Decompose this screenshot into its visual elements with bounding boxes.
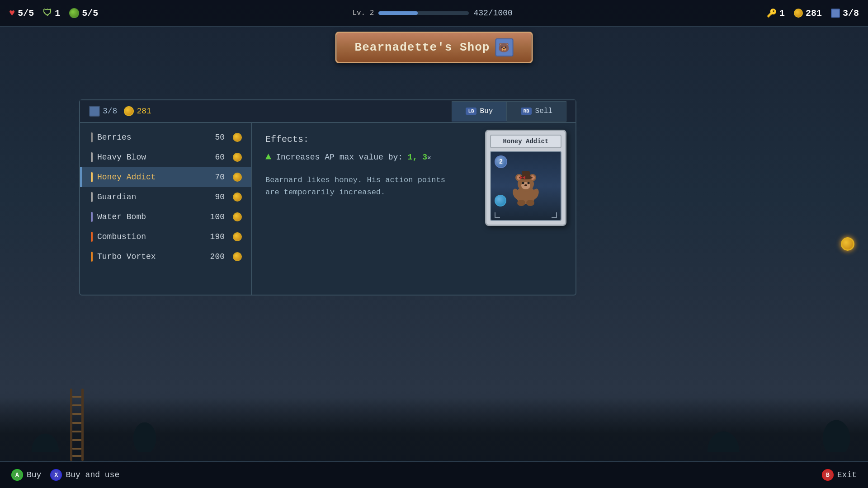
tab-buy[interactable]: LB Buy xyxy=(452,101,507,122)
svg-point-16 xyxy=(517,200,525,206)
item-name-selected: Honey Addict xyxy=(97,173,210,182)
shop-title-container: Bearnadette's Shop 🐻 xyxy=(335,32,533,63)
tabs-container: LB Buy RB Sell xyxy=(452,101,566,122)
effect-suffix-icon: ✕ xyxy=(427,154,431,161)
a-button-icon: A xyxy=(11,469,23,481)
shop-bear-icon: 🐻 xyxy=(495,38,513,56)
xp-bar xyxy=(378,11,469,15)
item-color xyxy=(91,192,93,202)
health-stat: ♥ 5/5 xyxy=(9,8,34,19)
svg-point-7 xyxy=(522,182,524,184)
item-name: Heavy Blow xyxy=(97,153,210,162)
shop-body: Berries 50 Heavy Blow 60 Honey Addict 70… xyxy=(80,123,576,295)
ap-stat: 5/5 xyxy=(69,8,98,19)
coin-icon-item xyxy=(233,192,242,202)
card-count: 3/8 xyxy=(89,106,117,117)
exit-button[interactable]: B Exit xyxy=(822,469,857,481)
coins-value: 281 xyxy=(806,8,822,19)
ap-icon xyxy=(69,8,79,18)
list-item[interactable]: Guardian 90 xyxy=(80,187,251,207)
tab-buy-badge: LB xyxy=(466,108,476,115)
svg-point-17 xyxy=(526,200,534,206)
coin-icon-item xyxy=(233,252,242,261)
coin-icon-item xyxy=(233,133,242,142)
card-preview-image: 2 xyxy=(490,151,561,221)
shield-icon: 🛡 xyxy=(43,8,52,19)
shield-stat: 🛡 1 xyxy=(43,8,60,19)
coin-count: 281 xyxy=(124,106,151,116)
card-corner-tl xyxy=(495,212,500,218)
shop-panel: 3/8 281 LB Buy RB Sell Berries xyxy=(79,99,576,296)
list-item[interactable]: Honey Addict 70 xyxy=(80,167,251,187)
buy-use-button[interactable]: X Buy and use xyxy=(50,469,119,481)
cards-value: 3/8 xyxy=(843,8,859,19)
effect-values: 1, 3 xyxy=(408,153,427,162)
side-orb xyxy=(841,237,854,251)
item-color xyxy=(91,132,93,142)
item-color xyxy=(91,172,93,182)
item-price: 100 xyxy=(210,212,225,221)
coin-icon-hud xyxy=(794,9,803,18)
trees xyxy=(0,316,868,452)
list-item[interactable]: Combustion 190 xyxy=(80,227,251,247)
list-item[interactable]: Heavy Blow 60 xyxy=(80,147,251,167)
shield-value: 1 xyxy=(55,8,60,19)
level-container: Lv. 2 432/1000 xyxy=(352,9,512,18)
item-price: 70 xyxy=(215,173,225,182)
svg-rect-11 xyxy=(522,171,530,178)
item-price: 60 xyxy=(215,153,225,162)
hud-bar: ♥ 5/5 🛡 1 5/5 Lv. 2 432/1000 🔑 1 xyxy=(0,0,868,27)
shop-title: Bearnadette's Shop 🐻 xyxy=(355,38,514,56)
keys-stat: 🔑 1 xyxy=(767,8,785,19)
coin-icon-item xyxy=(233,153,242,162)
action-left: A Buy X Buy and use xyxy=(11,469,119,481)
tab-sell-badge: RB xyxy=(521,108,531,115)
item-color xyxy=(91,232,93,242)
buy-button[interactable]: A Buy xyxy=(11,469,41,481)
heart-icon: ♥ xyxy=(9,8,15,19)
card-preview-title: Honey Addict xyxy=(490,135,561,148)
item-price: 190 xyxy=(210,232,225,241)
ladder xyxy=(70,389,84,461)
coin-icon-item xyxy=(233,232,242,241)
keys-value: 1 xyxy=(779,8,785,19)
coin-icon-item xyxy=(233,173,242,182)
action-bar: A Buy X Buy and use B Exit xyxy=(0,461,868,488)
bear-character xyxy=(509,166,543,206)
coins-stat: 281 xyxy=(794,8,822,19)
item-color xyxy=(91,212,93,222)
item-name: Water Bomb xyxy=(97,212,206,221)
item-details: Effects: ▲ Increases AP max value by: 1,… xyxy=(252,123,576,295)
card-icon xyxy=(89,106,100,117)
list-item[interactable]: Water Bomb 100 xyxy=(80,207,251,227)
item-color xyxy=(91,252,93,262)
item-price: 50 xyxy=(215,133,225,142)
item-name: Berries xyxy=(97,133,210,142)
coin-icon xyxy=(124,106,134,116)
effect-text: Increases AP max value by: 1, 3✕ xyxy=(276,153,431,162)
up-arrow-icon: ▲ xyxy=(265,151,271,163)
card-water-badge xyxy=(495,195,506,206)
item-name: Combustion xyxy=(97,232,206,241)
x-button-icon: X xyxy=(50,469,62,481)
shop-info: 3/8 281 xyxy=(89,100,452,122)
item-color xyxy=(91,152,93,162)
item-price: 90 xyxy=(215,192,225,202)
key-icon: 🔑 xyxy=(767,8,777,18)
item-list: Berries 50 Heavy Blow 60 Honey Addict 70… xyxy=(80,123,252,295)
card-icon-hud xyxy=(831,9,840,18)
cards-stat: 3/8 xyxy=(831,8,859,19)
tab-sell[interactable]: RB Sell xyxy=(507,101,566,122)
b-button-icon: B xyxy=(822,469,834,481)
card-level-badge: 2 xyxy=(495,155,507,168)
item-name: Turbo Vortex xyxy=(97,252,206,261)
ap-value: 5/5 xyxy=(82,8,98,19)
item-name: Guardian xyxy=(97,192,210,202)
card-preview: Honey Addict 2 xyxy=(485,130,566,226)
health-value: 5/5 xyxy=(18,8,34,19)
coin-icon-item xyxy=(233,212,242,221)
list-item[interactable]: Berries 50 xyxy=(80,127,251,147)
list-item[interactable]: Turbo Vortex 200 xyxy=(80,247,251,267)
item-price: 200 xyxy=(210,252,225,261)
card-corner-tr xyxy=(552,212,557,218)
